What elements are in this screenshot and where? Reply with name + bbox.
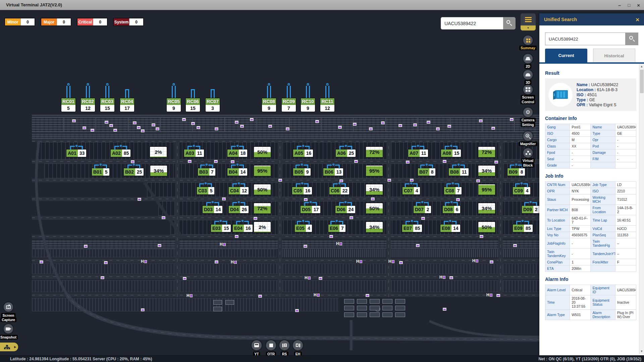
yard-block-A03[interactable]: A0311 <box>183 149 205 158</box>
yard-block-C03[interactable]: C035 <box>196 186 215 195</box>
yard-block-B02[interactable]: B0225 <box>123 168 144 176</box>
panel-search-button[interactable] <box>626 33 638 45</box>
yard-block-B05[interactable]: B059 <box>292 168 311 176</box>
tab-historical[interactable]: Historical <box>593 49 635 62</box>
yard-block-E08[interactable]: E0814 <box>440 224 461 233</box>
network-panel-tab[interactable]: ▶ <box>0 343 18 351</box>
info-value: UACU5389422 <box>615 285 636 295</box>
rc-crane-RC05[interactable]: RC059 <box>166 98 181 112</box>
container-marker <box>443 160 446 163</box>
info-value: 2018-08-20 13:37:55 <box>570 295 591 310</box>
yard-block-B09[interactable]: B098 <box>507 168 526 176</box>
map-search-button[interactable] <box>503 17 516 29</box>
yard-block-B07[interactable]: B078 <box>417 168 436 176</box>
virtual-block-button[interactable] <box>523 148 533 158</box>
magnifier-button[interactable] <box>523 131 533 141</box>
container-marker <box>222 197 226 200</box>
rs-filter-button[interactable] <box>279 340 289 350</box>
block-name: B04 <box>227 168 239 176</box>
yard-block-E09[interactable]: E0985 <box>512 224 533 233</box>
field-value: UACU5389422 <box>591 82 618 87</box>
yt-filter-button[interactable] <box>252 340 262 350</box>
yard-block-A07[interactable]: A0711 <box>408 149 429 158</box>
yard-block-A08[interactable]: A0815 <box>440 149 462 158</box>
yard-block-D03[interactable]: D0314 <box>202 205 223 214</box>
scroll-down-icon[interactable]: ▼ <box>639 350 644 353</box>
camera-setting-button[interactable]: ⚙ <box>523 108 533 117</box>
info-row: StausProcessingWorking MCHT1012 <box>545 194 636 205</box>
terminal-yard-map[interactable]: RC015RC0212RC0315RC0417RC059RC0615RC073R… <box>0 10 539 355</box>
otr-filter-button[interactable] <box>266 340 276 350</box>
yard-block-D07[interactable]: D072 <box>413 205 432 214</box>
window-titlebar: Virtual Terminal JAT2(V2.0) – □ × <box>0 0 644 10</box>
yard-block-E05[interactable]: E054 <box>294 224 313 233</box>
yard-block-D05[interactable]: D0517 <box>300 205 321 214</box>
yard-block-C07[interactable]: C074 <box>402 186 421 195</box>
yard-block-D09[interactable]: D092 <box>521 205 539 214</box>
yard-block-C05[interactable]: C0516 <box>291 186 313 195</box>
menu-collapse-tab[interactable]: ▼ <box>521 25 536 31</box>
minimize-button[interactable]: – <box>618 3 621 8</box>
yard-block-D06[interactable]: D0624 <box>335 205 356 214</box>
yard-block-C09[interactable]: C094 <box>512 186 531 195</box>
yard-block-B08[interactable]: B0811 <box>448 168 469 176</box>
scrollbar-thumb[interactable] <box>640 70 644 93</box>
rc-crane-RC07[interactable]: RC073 <box>205 98 220 112</box>
rc-crane-RC09[interactable]: RC097 <box>281 98 297 112</box>
yard-block-C08[interactable]: C087 <box>443 186 462 195</box>
rc-crane-RC10[interactable]: RC109 <box>300 98 316 112</box>
yard-block-D04[interactable]: D0426 <box>228 205 249 214</box>
rc-crane-RC01[interactable]: RC015 <box>61 98 76 112</box>
info-value: 4500 <box>570 130 591 137</box>
rc-crane-RC11[interactable]: RC1112 <box>320 98 335 112</box>
rc-crane-RC04[interactable]: RC0417 <box>119 98 135 112</box>
crane-mast-icon <box>124 88 130 98</box>
screen-control-button[interactable] <box>523 85 533 94</box>
close-button[interactable]: × <box>637 3 640 8</box>
panel-scrollbar[interactable]: ▲ ▼ <box>639 64 644 354</box>
rtg-crane-icon <box>452 164 465 168</box>
yard-block-A01[interactable]: A0133 <box>66 149 87 158</box>
yard-block-E04[interactable]: E0416 <box>232 224 253 233</box>
yard-block-D08[interactable]: D086 <box>442 205 461 214</box>
container-marker <box>443 308 446 311</box>
maximize-button[interactable]: □ <box>628 3 630 8</box>
scroll-up-icon[interactable]: ▲ <box>639 65 644 68</box>
info-row: Alarm TypeW501Alarm DescriptionPlug In (… <box>545 310 636 320</box>
rc-count: 3 <box>206 105 220 112</box>
menu-button[interactable] <box>521 13 536 25</box>
3d-button[interactable] <box>523 70 533 79</box>
rc-crane-RC06[interactable]: RC0615 <box>185 98 201 112</box>
yard-block-B06[interactable]: B0613 <box>323 168 344 176</box>
rc-crane-RC08[interactable]: RC089 <box>261 98 277 112</box>
tab-current[interactable]: Current <box>545 49 587 62</box>
yard-block-A02[interactable]: A0285 <box>110 149 131 158</box>
info-value: 20Min <box>570 265 591 272</box>
yard-block-E07[interactable]: E0785 <box>401 224 423 233</box>
container-marker <box>152 123 155 126</box>
yard-block-A06[interactable]: A0625 <box>335 149 356 158</box>
screen-capture-button[interactable] <box>4 302 13 312</box>
yard-block-B01[interactable]: B015 <box>91 168 110 176</box>
rc-crane-RC02[interactable]: RC0212 <box>80 98 96 112</box>
info-value: Plug In (PI W) Over <box>615 310 636 320</box>
2d-button[interactable] <box>523 54 533 63</box>
panel-close-icon[interactable]: × <box>636 16 639 23</box>
yard-block-A04[interactable]: A0418 <box>227 149 248 158</box>
yard-block-C06[interactable]: C0622 <box>329 186 350 195</box>
block-count: 6 <box>454 206 460 213</box>
rc-crane-RC03[interactable]: RC0315 <box>100 98 115 112</box>
yard-block-E03[interactable]: E0315 <box>210 224 231 233</box>
rtg-crane-icon <box>200 164 213 168</box>
block-count: 2 <box>425 206 431 213</box>
yard-block-B04[interactable]: B0414 <box>227 168 248 176</box>
snapshot-button[interactable] <box>4 324 13 334</box>
yard-block-E06[interactable]: E067 <box>328 224 346 233</box>
panel-search-input[interactable] <box>545 33 626 45</box>
map-search-input[interactable] <box>441 17 503 29</box>
yard-block-C04[interactable]: C0412 <box>228 186 249 195</box>
yard-block-B03[interactable]: B037 <box>197 168 216 176</box>
summary-button[interactable] <box>523 36 533 45</box>
yard-block-A05[interactable]: A0516 <box>292 149 314 158</box>
eh-filter-button[interactable] <box>293 340 303 350</box>
